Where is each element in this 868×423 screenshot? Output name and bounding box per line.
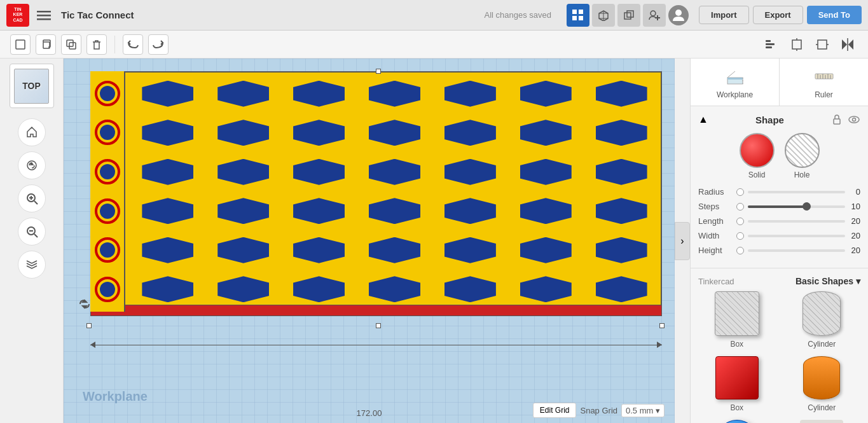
- copy-btn[interactable]: [36, 34, 56, 55]
- shape-collapse-btn[interactable]: ▲: [698, 114, 708, 125]
- rotate-view-btn[interactable]: [18, 151, 46, 179]
- length-control: [736, 218, 845, 225]
- svg-rect-7: [624, 13, 631, 19]
- build-view-btn[interactable]: [592, 4, 615, 27]
- steps-circle-btn[interactable]: [736, 203, 744, 211]
- shape-header-icons: [831, 114, 860, 125]
- radius-circle-btn[interactable]: [736, 188, 744, 196]
- align-btn-2[interactable]: [787, 34, 807, 55]
- svg-rect-20: [792, 40, 801, 49]
- svg-rect-5: [572, 16, 577, 20]
- solid-label: Solid: [748, 170, 766, 179]
- delete-btn[interactable]: [86, 34, 107, 55]
- hole-shape-option[interactable]: Hole: [785, 133, 820, 179]
- svg-rect-3: [572, 10, 577, 14]
- dimension-label: 172.00: [357, 408, 382, 418]
- shape-item-cylinder-wire[interactable]: Cylinder: [783, 291, 861, 349]
- steps-row: Steps 10: [698, 202, 860, 211]
- svg-rect-13: [16, 40, 25, 49]
- hole-icon: [785, 133, 820, 168]
- handle-bottom-center[interactable]: [376, 323, 381, 328]
- shape-item-box-red[interactable]: Box: [698, 356, 776, 412]
- handle-bottom-left[interactable]: [86, 323, 92, 328]
- width-value: 20: [845, 231, 860, 240]
- red-circle-5: [95, 237, 120, 263]
- length-circle-btn[interactable]: [736, 218, 744, 225]
- ruler-icon: [813, 65, 836, 88]
- steps-label: Steps: [698, 202, 736, 211]
- export-button[interactable]: Export: [753, 6, 803, 24]
- project-title: Tic Tac Connect: [61, 10, 134, 20]
- duplicate-btn[interactable]: [61, 34, 81, 55]
- hole-label: Hole: [794, 170, 810, 179]
- top-bar: TIN KER CAD Tic Tac Connect All changes …: [0, 0, 868, 31]
- shape-item-box-wire[interactable]: Box: [698, 291, 776, 349]
- svg-rect-1: [37, 15, 51, 17]
- box-view-btn[interactable]: [617, 4, 640, 27]
- zoom-out-btn[interactable]: [18, 218, 46, 246]
- handle-bottom-right[interactable]: [659, 323, 665, 328]
- svg-point-9: [651, 11, 656, 16]
- svg-rect-2: [37, 18, 51, 20]
- add-user-btn[interactable]: [643, 4, 666, 27]
- svg-marker-27: [848, 39, 853, 50]
- svg-point-12: [675, 10, 682, 16]
- svg-rect-6: [579, 16, 583, 20]
- align-btn-3[interactable]: [812, 34, 832, 55]
- canvas-area[interactable]: Workplane 172.00 Edit Grid Snap Grid 0.5…: [64, 59, 675, 423]
- snap-grid-value[interactable]: 0.5 mm ▾: [621, 404, 665, 417]
- red-circle-3: [95, 159, 120, 184]
- zoom-in-btn[interactable]: [18, 184, 46, 212]
- library-dropdown[interactable]: Basic Shapes ▾: [796, 276, 860, 286]
- align-btn-1[interactable]: [761, 34, 782, 55]
- redo-btn[interactable]: [148, 34, 169, 55]
- svg-rect-18: [766, 43, 775, 45]
- cylinder-orange-label: Cylinder: [808, 403, 836, 412]
- mirror-btn[interactable]: [837, 34, 858, 55]
- edit-grid-button[interactable]: Edit Grid: [533, 403, 577, 418]
- user-avatar[interactable]: [668, 5, 689, 25]
- shape-type-row: Solid Hole: [698, 133, 860, 179]
- collapse-panel-btn[interactable]: ›: [675, 222, 690, 260]
- steps-control: [736, 203, 845, 211]
- grid-view-btn[interactable]: [567, 4, 589, 27]
- svg-rect-0: [37, 11, 51, 13]
- svg-line-32: [34, 201, 38, 204]
- lock-icon[interactable]: [831, 114, 843, 125]
- width-circle-btn[interactable]: [736, 232, 744, 240]
- red-circle-4: [95, 198, 120, 224]
- height-circle-btn[interactable]: [736, 247, 744, 254]
- new-object-btn[interactable]: [10, 34, 31, 55]
- main-area: TOP: [0, 59, 868, 423]
- board-container[interactable]: [76, 71, 662, 338]
- layers-btn[interactable]: [18, 251, 46, 279]
- radius-row: Radius 0: [698, 187, 860, 197]
- height-value: 20: [845, 246, 860, 255]
- ruler-btn[interactable]: Ruler: [780, 59, 868, 106]
- red-circle-2: [95, 120, 120, 145]
- solid-shape-option[interactable]: Solid: [740, 133, 775, 179]
- view-cube[interactable]: TOP: [10, 64, 54, 108]
- shape-item-cylinder-orange[interactable]: Cylinder: [783, 356, 861, 412]
- send-to-button[interactable]: Send To: [807, 6, 862, 24]
- handle-top-center[interactable]: [376, 69, 381, 74]
- shape-item-sphere-blue[interactable]: Sphere: [698, 420, 776, 423]
- rotate-handle[interactable]: [78, 297, 92, 313]
- home-view-btn[interactable]: [18, 118, 46, 146]
- import-button[interactable]: Import: [699, 6, 748, 24]
- svg-rect-4: [579, 10, 583, 14]
- undo-btn[interactable]: [123, 34, 143, 55]
- shape-item-scribble[interactable]: Scribble: [783, 420, 861, 423]
- red-circle-1: [95, 81, 120, 106]
- workplane-icon: [724, 65, 747, 88]
- workplane-btn[interactable]: Workplane: [691, 59, 780, 106]
- height-label: Height: [698, 246, 736, 255]
- tinkercad-label: Tinkercad: [698, 277, 734, 286]
- menu-icon[interactable]: [37, 8, 51, 22]
- view-mode-buttons: [567, 4, 689, 27]
- logo: TIN KER CAD: [6, 4, 29, 27]
- visible-icon[interactable]: [848, 114, 860, 125]
- view-cube-label: TOP: [14, 69, 49, 104]
- scribble-icon: [800, 420, 843, 423]
- box-wire-label: Box: [730, 340, 743, 349]
